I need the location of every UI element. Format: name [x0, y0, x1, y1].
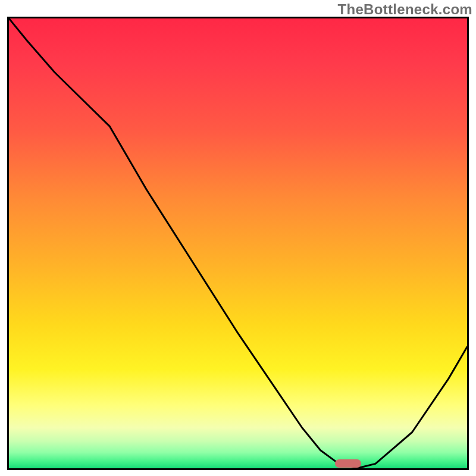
optimal-marker — [335, 459, 361, 468]
watermark-text: TheBottleneck.com — [338, 1, 472, 18]
plot-area — [9, 18, 467, 468]
bottleneck-curve — [9, 18, 467, 468]
plot-border — [7, 17, 469, 470]
chart-frame: TheBottleneck.com — [0, 0, 476, 476]
